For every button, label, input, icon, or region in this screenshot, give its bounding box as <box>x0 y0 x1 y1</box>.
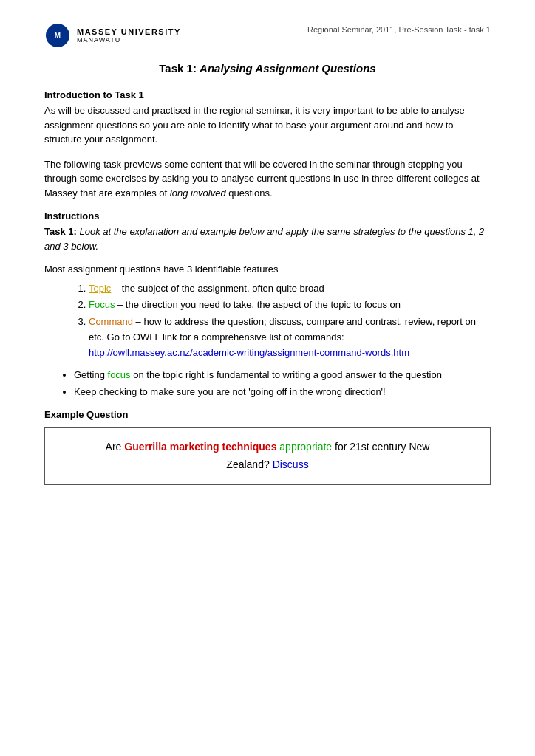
example-zealand: Zealand? <box>226 458 272 470</box>
task-label: Task 1: <box>44 226 77 237</box>
example-heading: Example Question <box>44 409 491 420</box>
discuss-text: Discuss <box>273 458 309 470</box>
example-box: Are Guerrilla marketing techniques appro… <box>44 427 491 485</box>
logo-text: MASSEY UNIVERSITY MANAWATU <box>77 27 181 44</box>
owll-link[interactable]: http://owll.massey.ac.nz/academic-writin… <box>89 347 409 358</box>
intro-paragraph2: The following task previews some content… <box>44 157 491 201</box>
command-link[interactable]: Command <box>89 316 133 327</box>
svg-text:M: M <box>55 32 61 40</box>
massey-logo-icon: M <box>44 22 71 49</box>
example-are: Are <box>106 441 125 453</box>
features-list: Topic – the subject of the assignment, o… <box>89 281 491 361</box>
bullet-list: Getting focus on the topic right is fund… <box>74 368 491 400</box>
focus-link[interactable]: Focus <box>89 299 115 310</box>
focus-text: – the direction you need to take, the as… <box>117 299 401 310</box>
university-sub: MANAWATU <box>77 36 181 44</box>
title-italic: Analysing Assignment Questions <box>200 62 376 75</box>
page-title: Task 1: Analysing Assignment Questions <box>44 62 491 75</box>
intro-section: Introduction to Task 1 As will be discus… <box>44 89 491 200</box>
title-prefix: Task 1: <box>159 62 200 75</box>
features-intro: Most assignment questions have 3 identif… <box>44 262 491 277</box>
instructions-section: Instructions Task 1: Look at the explana… <box>44 210 491 253</box>
page-header: M MASSEY UNIVERSITY MANAWATU Regional Se… <box>44 22 491 49</box>
example-end1: for 21st century New <box>332 441 429 453</box>
topic-link[interactable]: Topic <box>89 283 111 294</box>
appropriate-text: appropriate <box>279 441 332 453</box>
bullet1-after: on the topic right is fundamental to wri… <box>131 369 442 380</box>
bullet1-before: Getting <box>74 369 108 380</box>
list-item-topic: Topic – the subject of the assignment, o… <box>89 281 491 297</box>
logo-area: M MASSEY UNIVERSITY MANAWATU <box>44 22 181 49</box>
intro-heading: Introduction to Task 1 <box>44 89 491 100</box>
instructions-heading: Instructions <box>44 210 491 221</box>
university-name: MASSEY UNIVERSITY <box>77 27 181 36</box>
bullet1-focus: focus <box>108 369 131 380</box>
command-text: – how to address the question; discuss, … <box>89 316 476 343</box>
topic-text: – the subject of the assignment, often q… <box>114 283 324 294</box>
page: M MASSEY UNIVERSITY MANAWATU Regional Se… <box>0 0 535 756</box>
bullet2-text: Keep checking to make sure you are not '… <box>74 386 386 397</box>
list-item-focus: Focus – the direction you need to take, … <box>89 298 491 313</box>
list-item-command: Command – how to address the question; d… <box>89 315 491 360</box>
guerrilla-text: Guerrilla marketing techniques <box>124 441 276 453</box>
task-instruction: Task 1: Look at the explanation and exam… <box>44 224 491 253</box>
bullet-item-1: Getting focus on the topic right is fund… <box>74 368 491 383</box>
example-section: Example Question Are Guerrilla marketing… <box>44 409 491 485</box>
bullet-item-2: Keep checking to make sure you are not '… <box>74 385 491 400</box>
header-right-text: Regional Seminar, 2011, Pre-Session Task… <box>307 22 491 34</box>
task-text: Look at the explanation and example belo… <box>44 226 484 252</box>
intro-paragraph1: As will be discussed and practised in th… <box>44 103 491 147</box>
